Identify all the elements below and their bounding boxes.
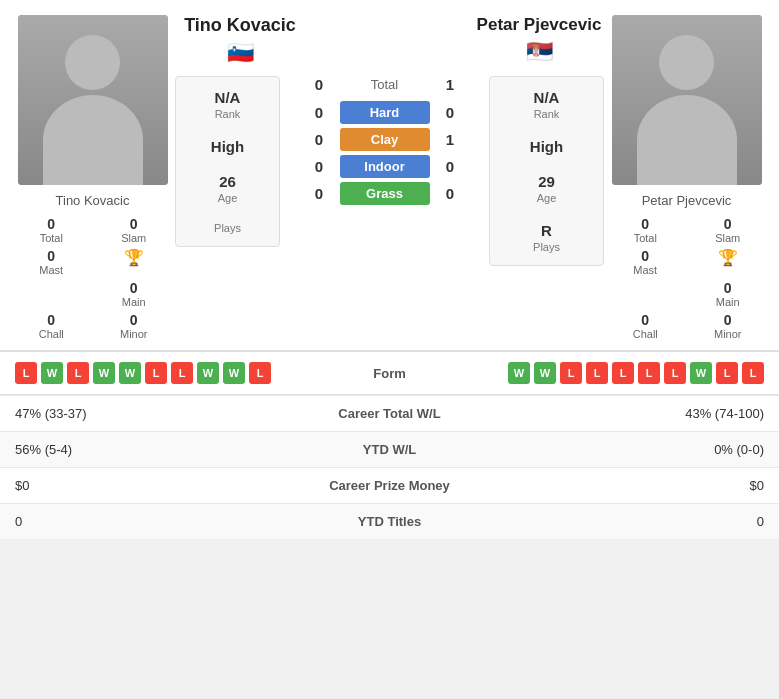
names-flags-row: Tino Kovacic 🇸🇮 Petar Pjevcevic 🇷🇸 bbox=[175, 15, 604, 66]
indoor-score-row: 0 Indoor 0 bbox=[307, 155, 463, 178]
player1-rank-lbl: Rank bbox=[215, 108, 241, 120]
player2-main-lbl: Main bbox=[716, 296, 740, 308]
player1-plays-item: Plays bbox=[214, 222, 241, 234]
player2-rank-item: N/A Rank bbox=[534, 89, 560, 120]
p2-form-badge: L bbox=[612, 362, 634, 384]
player1-side-panel: N/A Rank High 26 Age Plays bbox=[175, 76, 280, 247]
player2-mast-lbl: Mast bbox=[633, 264, 657, 276]
p1-form-badge: L bbox=[145, 362, 167, 384]
p2-form-badge: L bbox=[742, 362, 764, 384]
clay-badge: Clay bbox=[340, 128, 430, 151]
player2-slam-val: 0 bbox=[724, 216, 732, 232]
player2-trophy-cell: 🏆 bbox=[692, 248, 765, 276]
player2-plays-val: R bbox=[541, 222, 552, 239]
p1-total-score: 0 bbox=[307, 76, 332, 93]
p2-clay-score: 1 bbox=[438, 131, 463, 148]
form-section: LWLWWLLWWL Form WWLLLLLWLL bbox=[0, 351, 779, 394]
p1-form-badge: W bbox=[41, 362, 63, 384]
p1-form-badge: W bbox=[223, 362, 245, 384]
ytd-wl-row: 56% (5-4) YTD W/L 0% (0-0) bbox=[0, 432, 779, 468]
player2-chall-lbl: Chall bbox=[633, 328, 658, 340]
player1-rank-val: N/A bbox=[215, 89, 241, 106]
player2-mast-val: 0 bbox=[641, 248, 649, 264]
total-label: Total bbox=[340, 77, 430, 92]
player1-flag: 🇸🇮 bbox=[227, 40, 254, 66]
center-scores: N/A Rank High 26 Age Plays bbox=[175, 76, 604, 266]
player1-main-cell: 0 Main bbox=[98, 280, 171, 308]
player2-age-item: 29 Age bbox=[537, 173, 557, 204]
p1-form-badge: L bbox=[15, 362, 37, 384]
player2-minor-cell: 0 Minor bbox=[692, 312, 765, 340]
player2-total-val: 0 bbox=[641, 216, 649, 232]
player1-trophy-icon: 🏆 bbox=[124, 248, 144, 267]
grass-score-row: 0 Grass 0 bbox=[307, 182, 463, 205]
player1-main-name: Tino Kovacic bbox=[184, 15, 296, 36]
p2-prize: $0 bbox=[506, 468, 779, 504]
total-score-row: 0 Total 1 bbox=[307, 76, 463, 93]
p1-ytd-wl: 56% (5-4) bbox=[0, 432, 273, 468]
player2-high-item: High bbox=[530, 138, 563, 155]
player2-slam-cell: 0 Slam bbox=[692, 216, 765, 244]
clay-score-row: 0 Clay 1 bbox=[307, 128, 463, 151]
player1-slam-val: 0 bbox=[130, 216, 138, 232]
player2-chall-cell: 0 Chall bbox=[609, 312, 682, 340]
p2-ytd-wl: 0% (0-0) bbox=[506, 432, 779, 468]
p1-form-badge: L bbox=[171, 362, 193, 384]
player1-plays-val: Plays bbox=[214, 222, 241, 234]
career-stats-table: 47% (33-37) Career Total W/L 43% (74-100… bbox=[0, 395, 779, 539]
player2-minor-val: 0 bbox=[724, 312, 732, 328]
p1-career-wl: 47% (33-37) bbox=[0, 396, 273, 432]
player2-rank-val: N/A bbox=[534, 89, 560, 106]
player1-chall-val: 0 bbox=[47, 312, 55, 328]
p2-form-badge: L bbox=[638, 362, 660, 384]
player1-chall-lbl: Chall bbox=[39, 328, 64, 340]
player2-avatar bbox=[612, 15, 762, 185]
p1-form-badge: W bbox=[119, 362, 141, 384]
player1-name-block: Tino Kovacic 🇸🇮 bbox=[175, 15, 305, 66]
player1-slam-lbl: Slam bbox=[121, 232, 146, 244]
p1-grass-score: 0 bbox=[307, 185, 332, 202]
player2-chall-val: 0 bbox=[641, 312, 649, 328]
player1-mast-lbl: Mast bbox=[39, 264, 63, 276]
player1-rank-item: N/A Rank bbox=[215, 89, 241, 120]
player2-card: Petar Pjevcevic 0 Total 0 Slam 0 Mast 🏆 bbox=[604, 15, 769, 340]
player1-trophy-cell: 🏆 bbox=[98, 248, 171, 276]
player2-age-lbl: Age bbox=[537, 192, 557, 204]
p1-form-badge: W bbox=[93, 362, 115, 384]
player2-main-name: Petar Pjevcevic bbox=[477, 15, 602, 35]
player1-minor-cell: 0 Minor bbox=[98, 312, 171, 340]
career-wl-label: Career Total W/L bbox=[273, 396, 507, 432]
player2-main-cell: 0 Main bbox=[692, 280, 765, 308]
scores-middle: 0 Total 1 0 Hard 0 0 Clay 1 bbox=[285, 76, 484, 205]
p2-form-badge: W bbox=[508, 362, 530, 384]
player1-mast-cell: 0 Mast bbox=[15, 248, 88, 276]
player1-form-badges: LWLWWLLWWL bbox=[15, 362, 271, 384]
prize-row: $0 Career Prize Money $0 bbox=[0, 468, 779, 504]
player1-age-item: 26 Age bbox=[218, 173, 238, 204]
p1-indoor-score: 0 bbox=[307, 158, 332, 175]
player2-age-val: 29 bbox=[538, 173, 555, 190]
player1-main-val: 0 bbox=[130, 280, 138, 296]
player2-rank-lbl: Rank bbox=[534, 108, 560, 120]
form-label: Form bbox=[281, 366, 498, 381]
p2-hard-score: 0 bbox=[438, 104, 463, 121]
p2-career-wl: 43% (74-100) bbox=[506, 396, 779, 432]
player2-trophy-icon: 🏆 bbox=[718, 248, 738, 267]
player1-total-val: 0 bbox=[47, 216, 55, 232]
player2-name-below: Petar Pjevcevic bbox=[642, 193, 732, 208]
player1-minor-val: 0 bbox=[130, 312, 138, 328]
player1-name-below: Tino Kovacic bbox=[56, 193, 130, 208]
p1-hard-score: 0 bbox=[307, 104, 332, 121]
player1-minor-lbl: Minor bbox=[120, 328, 148, 340]
player1-total-cell: 0 Total bbox=[15, 216, 88, 244]
p1-titles: 0 bbox=[0, 504, 273, 540]
p2-indoor-score: 0 bbox=[438, 158, 463, 175]
player1-total-lbl: Total bbox=[40, 232, 63, 244]
player1-high-item: High bbox=[211, 138, 244, 155]
player2-plays-lbl: Plays bbox=[533, 241, 560, 253]
titles-row: 0 YTD Titles 0 bbox=[0, 504, 779, 540]
p2-form-badge: L bbox=[560, 362, 582, 384]
player1-main-lbl: Main bbox=[122, 296, 146, 308]
player2-total-cell: 0 Total bbox=[609, 216, 682, 244]
hard-badge: Hard bbox=[340, 101, 430, 124]
